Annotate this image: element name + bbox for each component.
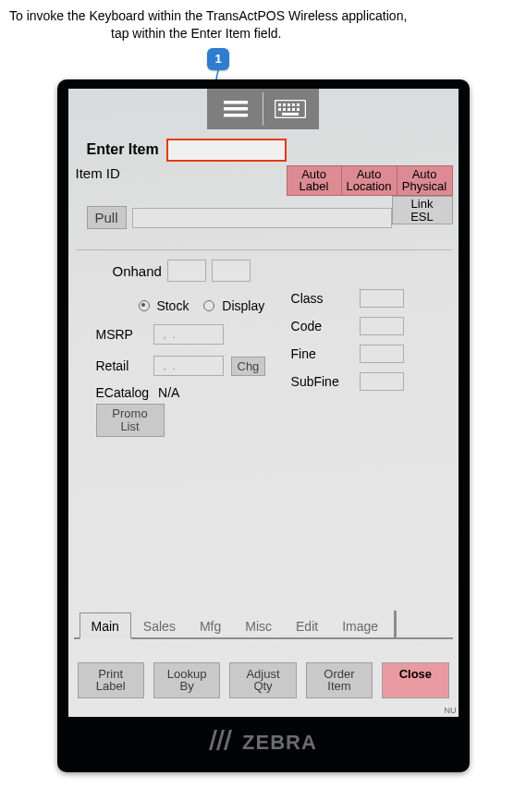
promo-list-button[interactable]: Promo List (96, 404, 165, 436)
chg-button[interactable]: Chg (231, 357, 266, 376)
svg-text:.: . (229, 732, 232, 738)
tab-sales[interactable]: Sales (131, 612, 188, 639)
device-brand-bar: . ZEBRA (68, 717, 459, 767)
onhand-field-2[interactable] (212, 260, 251, 282)
instruction-text: To invoke the Keyboard within the TransA… (9, 7, 517, 42)
svg-rect-11 (283, 108, 286, 111)
svg-rect-12 (287, 108, 290, 111)
svg-rect-2 (224, 107, 248, 111)
close-button[interactable]: Close (382, 662, 448, 698)
class-label: Class (291, 291, 352, 306)
print-label-button[interactable]: PrintLabel (78, 662, 144, 698)
onhand-field-1[interactable] (167, 260, 206, 282)
subfine-label: SubFine (291, 374, 352, 389)
tab-mfg[interactable]: Mfg (188, 612, 233, 639)
svg-rect-3 (224, 114, 248, 117)
app-screen: Enter Item Item ID Auto Label Auto Locat… (68, 89, 459, 717)
code-label: Code (291, 319, 352, 333)
brand-text: ZEBRA (242, 731, 317, 755)
code-field[interactable] (360, 317, 404, 335)
display-radio[interactable]: Display (203, 298, 264, 313)
callout-bubble-1: 1 (207, 48, 229, 70)
ecatalog-label: ECatalog (96, 385, 150, 400)
tab-endcap (394, 611, 397, 637)
callout-area: 1 (9, 48, 517, 79)
enter-item-input[interactable] (166, 139, 287, 162)
instruction-line2: tap within the Enter Item field. (9, 25, 517, 42)
tab-misc[interactable]: Misc (233, 612, 284, 639)
fine-field[interactable] (360, 345, 404, 363)
adjust-qty-button[interactable]: AdjustQty (229, 662, 296, 698)
class-field[interactable] (360, 289, 404, 308)
bottom-button-bar: PrintLabel LookupBy AdjustQty OrderItem … (74, 662, 453, 698)
order-item-button[interactable]: OrderItem (306, 662, 373, 698)
device-frame: Enter Item Item ID Auto Label Auto Locat… (57, 79, 470, 772)
tab-main[interactable]: Main (80, 612, 131, 639)
svg-rect-10 (278, 108, 281, 111)
svg-rect-7 (287, 103, 290, 106)
retail-field[interactable]: , . (153, 356, 224, 376)
msrp-label: MSRP (96, 327, 146, 342)
tab-edit[interactable]: Edit (284, 612, 330, 639)
section-divider (76, 249, 451, 250)
lookup-by-button[interactable]: LookupBy (153, 662, 220, 698)
tab-image[interactable]: Image (330, 612, 390, 639)
auto-label-button[interactable]: Auto Label (287, 165, 342, 196)
fine-label: Fine (291, 346, 352, 361)
svg-rect-13 (292, 108, 295, 111)
svg-rect-6 (283, 103, 286, 106)
toolbar-divider (263, 92, 263, 126)
auto-buttons: Auto Label Auto Location Auto Physical (287, 165, 453, 196)
tab-bar: Main Sales Mfg Misc Edit Image (74, 611, 453, 639)
auto-location-button[interactable]: Auto Location (342, 165, 398, 196)
radio-dot-icon (203, 300, 214, 311)
svg-rect-8 (292, 103, 295, 106)
menu-icon[interactable] (213, 93, 259, 125)
svg-rect-1 (224, 101, 248, 104)
msrp-field[interactable]: , . (153, 324, 224, 345)
svg-rect-9 (297, 103, 300, 106)
corner-indicator: NU (445, 706, 457, 715)
pull-field[interactable] (132, 208, 392, 228)
svg-rect-15 (282, 113, 299, 115)
enter-item-label: Enter Item (87, 141, 159, 158)
auto-physical-button[interactable]: Auto Physical (398, 165, 453, 196)
item-id-label: Item ID (76, 165, 120, 181)
pull-button[interactable]: Pull (87, 206, 127, 229)
retail-label: Retail (96, 358, 146, 373)
svg-rect-14 (297, 108, 300, 111)
keyboard-icon[interactable] (267, 93, 313, 125)
radio-dot-icon (139, 300, 150, 311)
subfine-field[interactable] (360, 372, 404, 391)
stock-radio[interactable]: Stock (139, 298, 190, 313)
instruction-line1: To invoke the Keyboard within the TransA… (9, 7, 517, 25)
zebra-logo-icon: . (209, 730, 237, 756)
onhand-label: Onhand (113, 263, 162, 279)
link-esl-button[interactable]: Link ESL (392, 196, 453, 224)
ecatalog-value: N/A (158, 385, 179, 400)
top-toolbar (68, 89, 459, 129)
svg-rect-5 (278, 103, 281, 106)
